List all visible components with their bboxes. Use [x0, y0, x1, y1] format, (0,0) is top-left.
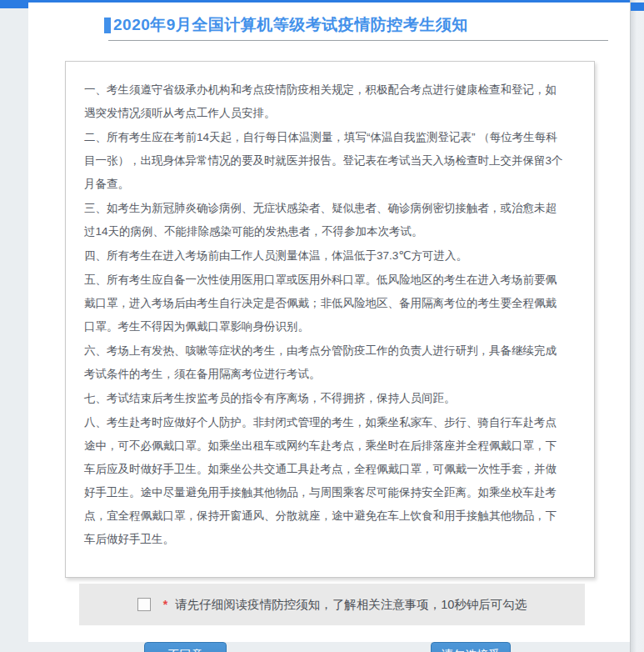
consent-bar: * 请先仔细阅读疫情防控须知，了解相关注意事项，10秒钟后可勾选 — [79, 584, 585, 625]
notice-paragraph-7: 七、考试结束后考生按监考员的指令有序离场，不得拥挤，保持人员间距。 — [84, 387, 566, 410]
notice-paragraph-2: 二、所有考生应在考前14天起，自行每日体温测量，填写“体温自我监测登记表” （每… — [84, 126, 566, 196]
page-title: 2020年9月全国计算机等级考试疫情防控考生须知 — [113, 14, 468, 36]
main-card: 2020年9月全国计算机等级考试疫情防控考生须知 一、考生须遵守省级承办机构和考… — [28, 3, 630, 642]
notice-box: 一、考生须遵守省级承办机构和考点疫情防疫相关规定，积极配合考点进行健康检查和登记… — [65, 61, 595, 578]
notice-paragraph-1: 一、考生须遵守省级承办机构和考点疫情防疫相关规定，积极配合考点进行健康检查和登记… — [84, 78, 566, 125]
notice-paragraph-4: 四、所有考生在进入考场前由工作人员测量体温，体温低于37.3℃方可进入。 — [84, 244, 566, 268]
consent-label: 请先仔细阅读疫情防控须知，了解相关注意事项，10秒钟后可勾选 — [175, 597, 527, 613]
scrollbar-thumb[interactable] — [631, 3, 644, 11]
required-asterisk: * — [163, 598, 167, 611]
notice-paragraph-6: 六、考场上有发热、咳嗽等症状的考生，由考点分管防疫工作的负责人进行研判，具备继续… — [84, 339, 566, 386]
page-header: 2020年9月全国计算机等级考试疫情防控考生须知 — [104, 3, 630, 36]
notice-paragraph-8: 八、考生赴考时应做好个人防护。非封闭式管理的考生，如乘坐私家车、步行、骑自行车赴… — [84, 411, 566, 551]
title-marker — [104, 18, 111, 33]
notice-paragraph-5: 五、所有考生应自备一次性使用医用口罩或医用外科口罩。低风险地区的考生在进入考场前… — [84, 268, 566, 339]
disagree-button[interactable]: 不同意 — [144, 642, 227, 652]
title-divider — [108, 40, 608, 41]
notice-paragraph-3: 三、如考生为新冠肺炎确诊病例、无症状感染者、疑似患者、确诊病例密切接触者，或治愈… — [84, 197, 566, 243]
button-row: 不同意 请勾选接受 — [144, 642, 511, 652]
consent-checkbox[interactable] — [137, 598, 151, 611]
scrollbar-track[interactable] — [630, 0, 644, 652]
accept-button[interactable]: 请勾选接受 — [431, 642, 511, 652]
